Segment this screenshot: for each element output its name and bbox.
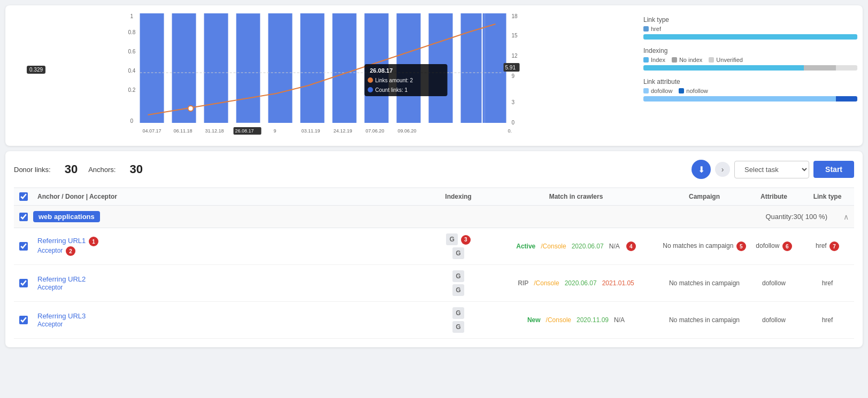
svg-text:26.08.17: 26.08.17 bbox=[235, 128, 254, 134]
row-1-campaign: No matches in campaign 5 bbox=[662, 241, 747, 251]
attribute-text-1: dofollow bbox=[756, 242, 779, 249]
console-1[interactable]: /Console bbox=[541, 243, 566, 250]
row-1-linktype: href 7 bbox=[801, 241, 854, 251]
badge-3: 3 bbox=[461, 235, 471, 245]
svg-text:0: 0 bbox=[512, 120, 515, 126]
select-all-checkbox[interactable] bbox=[19, 192, 28, 201]
date2-3: N/A bbox=[614, 316, 625, 324]
nofollow-label: nofollow bbox=[686, 88, 708, 94]
link-attribute-bar bbox=[643, 96, 857, 102]
href-label: href bbox=[651, 26, 661, 32]
row-1-indexing: G 3 G bbox=[426, 233, 490, 259]
row-2-match: RIP /Console 2020.06.07 2021.01.05 bbox=[490, 279, 662, 287]
row-1-urls: Referring URL1 1 Acceptor 2 bbox=[33, 237, 426, 256]
chart-value-left: 0.329 bbox=[27, 66, 45, 74]
console-3[interactable]: /Console bbox=[546, 316, 571, 324]
donor-links-label: Donor links: bbox=[14, 166, 51, 174]
row-2-referring-url[interactable]: Referring URL2 bbox=[37, 275, 426, 283]
download-button[interactable]: ⬇ bbox=[692, 160, 711, 179]
svg-point-36 bbox=[188, 106, 194, 111]
row-2-checkbox[interactable] bbox=[19, 279, 28, 287]
campaign-text-1: No matches in campaign bbox=[663, 242, 733, 249]
row-3-referring-url[interactable]: Referring URL3 bbox=[37, 312, 426, 320]
svg-text:12: 12 bbox=[512, 53, 518, 59]
badge-2: 2 bbox=[66, 246, 75, 256]
g-badge-top-1: G bbox=[446, 233, 458, 245]
table-row: Referring URL1 1 Acceptor 2 G 3 G Active… bbox=[14, 228, 854, 265]
row-1-checkbox[interactable] bbox=[19, 242, 28, 251]
link-type-legend: Link type href bbox=[643, 16, 857, 40]
legend-item-href: href bbox=[643, 26, 661, 32]
toolbar: Donor links: 30 Anchors: 30 ⬇ › Select t… bbox=[14, 160, 854, 179]
row-3-checkbox[interactable] bbox=[19, 316, 28, 324]
unverified-bar-seg bbox=[836, 65, 857, 71]
svg-rect-17 bbox=[301, 13, 325, 123]
row-1-acceptor[interactable]: Acceptor 2 bbox=[37, 246, 426, 256]
select-task-dropdown[interactable]: Select task bbox=[734, 161, 809, 178]
row-2-acceptor[interactable]: Acceptor bbox=[37, 283, 426, 291]
anchors-value: 30 bbox=[129, 162, 142, 176]
svg-point-51 bbox=[368, 77, 373, 83]
link-type-items: href bbox=[643, 26, 857, 32]
link-type-bar bbox=[643, 34, 857, 40]
linktype-text-1: href bbox=[816, 242, 827, 249]
badge-4: 4 bbox=[626, 241, 636, 251]
referring-url-1[interactable]: Referring URL1 bbox=[37, 237, 86, 245]
start-button[interactable]: Start bbox=[813, 161, 854, 178]
acceptor-url-3[interactable]: Acceptor bbox=[37, 321, 63, 328]
header-check bbox=[14, 192, 33, 201]
href-dot bbox=[643, 26, 649, 32]
header-attribute: Attribute bbox=[747, 193, 801, 200]
legend-item-dofollow: dofollow bbox=[643, 88, 672, 94]
badge-6: 6 bbox=[782, 241, 792, 251]
header-match: Match in crawlers bbox=[490, 193, 662, 200]
nofollow-dot bbox=[679, 88, 684, 93]
svg-text:Count links: 1: Count links: 1 bbox=[375, 87, 408, 93]
dofollow-label: dofollow bbox=[651, 88, 672, 94]
link-attribute-items: dofollow nofollow bbox=[643, 88, 857, 94]
noindex-bar-seg bbox=[804, 65, 836, 71]
acceptor-url-1[interactable]: Acceptor bbox=[37, 247, 63, 254]
chart-area: 1 0.8 0.6 0.4 0.2 0 18 15 12 9 3 0 bbox=[11, 11, 633, 141]
status-2: RIP bbox=[518, 279, 528, 287]
row-check-2 bbox=[14, 279, 33, 287]
indexing-legend: Indexing Index No index Unverified bbox=[643, 47, 857, 71]
acceptor-url-2[interactable]: Acceptor bbox=[37, 284, 63, 291]
group-header: web applications Quantity:30( 100 %) ∧ bbox=[14, 206, 854, 228]
g-badge-bottom-3: G bbox=[452, 321, 464, 333]
svg-text:26.08.17: 26.08.17 bbox=[370, 67, 393, 74]
collapse-button[interactable]: ∧ bbox=[843, 213, 849, 221]
row-2-indexing: G G bbox=[426, 270, 490, 296]
svg-text:0.: 0. bbox=[508, 128, 512, 134]
index-bar-seg bbox=[643, 65, 804, 71]
row-3-acceptor[interactable]: Acceptor bbox=[37, 320, 426, 328]
svg-text:0.8: 0.8 bbox=[128, 29, 136, 35]
svg-rect-15 bbox=[236, 13, 260, 123]
group-check bbox=[14, 213, 33, 221]
referring-url-3[interactable]: Referring URL3 bbox=[37, 312, 86, 320]
legend-item-noindex: No index bbox=[672, 57, 702, 63]
row-3-attribute: dofollow bbox=[747, 316, 801, 324]
arrow-button[interactable]: › bbox=[715, 162, 730, 177]
group-checkbox[interactable] bbox=[19, 213, 28, 221]
svg-text:Links amount: 2: Links amount: 2 bbox=[375, 77, 413, 83]
svg-rect-18 bbox=[333, 13, 357, 123]
row-2-campaign: No matches in campaign bbox=[662, 279, 747, 287]
row-3-campaign: No matches in campaign bbox=[662, 316, 747, 324]
svg-text:0.4: 0.4 bbox=[128, 68, 136, 74]
date1-2: 2020.06.07 bbox=[565, 279, 597, 287]
console-2[interactable]: /Console bbox=[534, 279, 559, 287]
svg-text:0: 0 bbox=[130, 118, 134, 124]
g-badge-bottom-1: G bbox=[452, 247, 464, 259]
row-1-referring-url[interactable]: Referring URL1 1 bbox=[37, 237, 426, 246]
row-3-linktype: href bbox=[801, 316, 854, 324]
svg-point-53 bbox=[368, 87, 373, 92]
svg-text:9: 9 bbox=[274, 128, 276, 134]
anchors-label: Anchors: bbox=[88, 166, 116, 174]
noindex-dot bbox=[672, 57, 677, 63]
referring-url-2[interactable]: Referring URL2 bbox=[37, 275, 86, 283]
svg-rect-23 bbox=[485, 13, 506, 123]
top-section: 1 0.8 0.6 0.4 0.2 0 18 15 12 9 3 0 bbox=[5, 5, 863, 146]
svg-rect-14 bbox=[204, 13, 228, 123]
group-label: web applications bbox=[33, 211, 100, 222]
